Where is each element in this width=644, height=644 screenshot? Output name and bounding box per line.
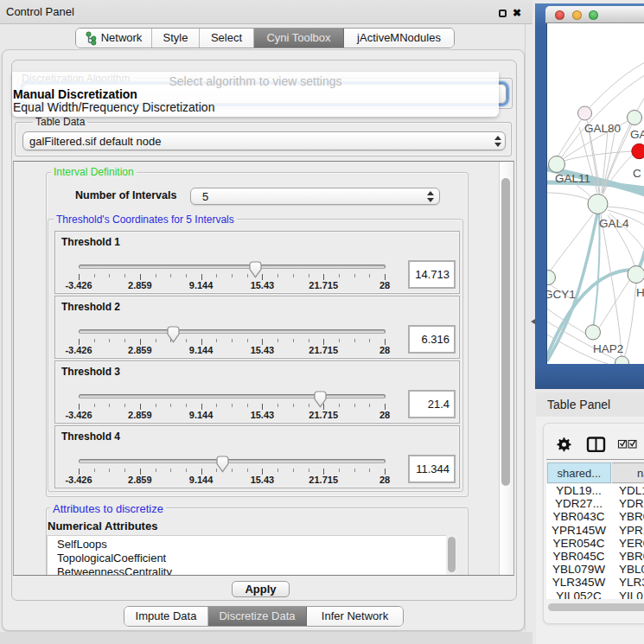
svg-text:C: C	[633, 167, 641, 180]
svg-text:GAL80: GAL80	[584, 122, 621, 135]
svg-text:GA: GA	[630, 128, 644, 141]
svg-text:GAL4: GAL4	[599, 217, 629, 230]
svg-text:H: H	[636, 286, 644, 299]
svg-text:GCY1: GCY1	[547, 288, 576, 301]
svg-text:HAP2: HAP2	[593, 342, 623, 355]
svg-text:GAL11: GAL11	[555, 172, 590, 185]
